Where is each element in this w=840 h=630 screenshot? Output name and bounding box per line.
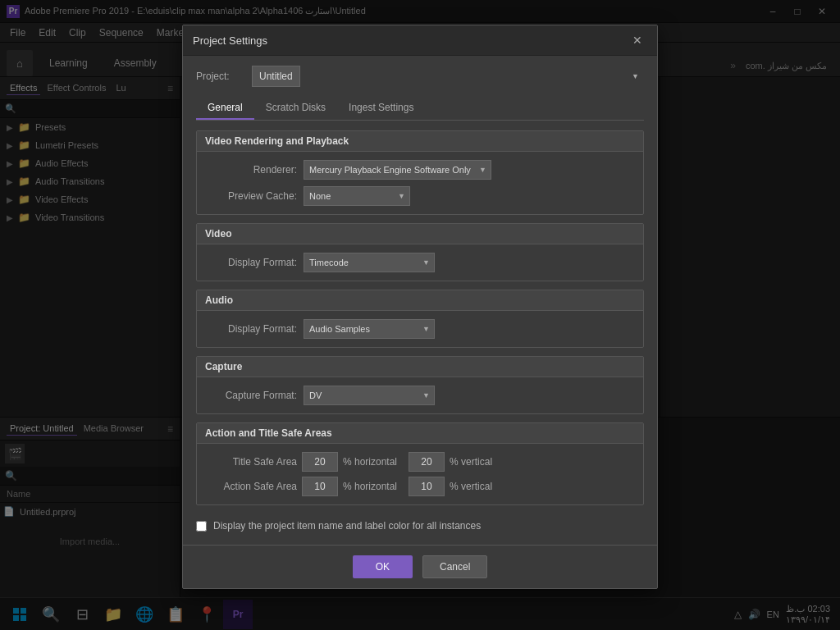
dialog-tab-scratch-disks[interactable]: Scratch Disks [254,97,337,120]
capture-section: Capture Capture Format: DV [196,356,644,414]
title-safe-v-unit: % vertical [450,456,492,468]
project-select-wrapper: Untitled [252,66,644,87]
video-display-format-select[interactable]: Timecode [304,253,435,272]
capture-format-wrap: DV [304,386,435,405]
renderer-row: Renderer: Mercury Playback Engine Softwa… [207,160,633,180]
safe-areas-title: Action and Title Safe Areas [197,423,643,444]
action-safe-horizontal-input[interactable]: 10 [302,477,338,496]
preview-cache-row: Preview Cache: None [207,186,633,206]
cancel-button[interactable]: Cancel [422,555,487,578]
action-safe-v-unit: % vertical [450,481,492,492]
ok-button[interactable]: OK [353,555,413,578]
capture-section-body: Capture Format: DV [197,377,643,413]
capture-format-label: Capture Format: [207,390,297,401]
renderer-select-wrap: Mercury Playback Engine Software Only [304,160,491,180]
audio-display-format-wrap: Audio Samples [304,319,435,339]
capture-section-title: Capture [197,357,643,377]
action-safe-label: Action Safe Area [207,481,297,492]
safe-areas-section: Action and Title Safe Areas Title Safe A… [196,422,644,505]
action-safe-vertical-input[interactable]: 10 [409,477,445,496]
dialog-tabs: General Scratch Disks Ingest Settings [196,97,644,121]
dialog-overlay: Project Settings ✕ Project: Untitled Gen… [0,0,840,630]
renderer-select[interactable]: Mercury Playback Engine Software Only [304,160,491,180]
title-safe-row: Title Safe Area 20 % horizontal 20 % ver… [207,452,633,472]
video-display-format-label: Display Format: [207,257,297,268]
video-section-body: Display Format: Timecode [197,244,643,281]
audio-display-format-label: Display Format: [207,323,297,335]
dialog-tab-ingest-settings[interactable]: Ingest Settings [337,97,425,120]
dialog-title: Project Settings [193,34,267,47]
preview-cache-select-wrap: None [304,186,410,206]
audio-display-format-row: Display Format: Audio Samples [207,319,633,339]
dialog-body: Project: Untitled General Scratch Disks … [183,56,657,545]
video-section-title: Video [197,224,643,244]
display-label-checkbox[interactable] [196,521,207,532]
dialog-close-button[interactable]: ✕ [628,32,647,48]
action-safe-h-unit: % horizontal [343,481,397,492]
audio-section-body: Display Format: Audio Samples [197,311,643,347]
video-display-format-row: Display Format: Timecode [207,253,633,272]
dialog-tab-general[interactable]: General [196,97,254,120]
project-settings-dialog: Project Settings ✕ Project: Untitled Gen… [182,25,658,589]
project-select[interactable]: Untitled [252,66,300,87]
audio-section: Audio Display Format: Audio Samples [196,290,644,348]
title-safe-horizontal-input[interactable]: 20 [302,452,338,472]
dialog-footer: OK Cancel [183,545,657,588]
dialog-titlebar: Project Settings ✕ [183,25,657,56]
video-rendering-section: Video Rendering and Playback Renderer: M… [196,130,644,215]
preview-cache-select[interactable]: None [304,186,410,206]
preview-cache-label: Preview Cache: [207,190,297,202]
title-safe-label: Title Safe Area [207,456,297,468]
video-rendering-title: Video Rendering and Playback [197,131,643,152]
video-section: Video Display Format: Timecode [196,223,644,281]
video-display-format-wrap: Timecode [304,253,435,272]
action-safe-row: Action Safe Area 10 % horizontal 10 % ve… [207,477,633,496]
video-rendering-body: Renderer: Mercury Playback Engine Softwa… [197,152,643,214]
display-label-checkbox-row: Display the project item name and label … [196,514,644,535]
title-safe-vertical-input[interactable]: 20 [409,452,445,472]
audio-section-title: Audio [197,290,643,311]
renderer-label: Renderer: [207,164,297,176]
project-row: Project: Untitled [196,66,644,87]
capture-format-row: Capture Format: DV [207,386,633,405]
display-label-text: Display the project item name and label … [213,520,481,532]
project-field-label: Project: [196,71,245,82]
audio-display-format-select[interactable]: Audio Samples [304,319,435,339]
title-safe-h-unit: % horizontal [343,456,397,468]
capture-format-select[interactable]: DV [304,386,435,405]
safe-areas-body: Title Safe Area 20 % horizontal 20 % ver… [197,444,643,504]
